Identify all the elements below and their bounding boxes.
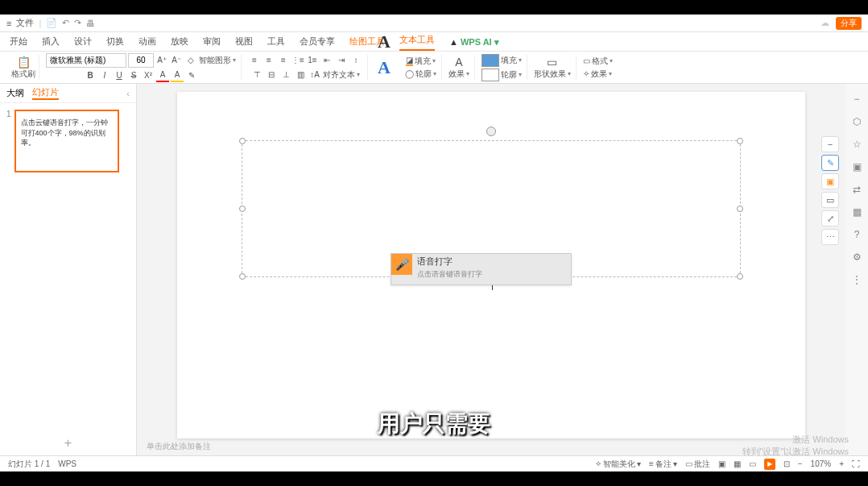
zoom-out-icon[interactable]: − — [798, 459, 803, 468]
align-right-icon[interactable]: ≡ — [277, 54, 290, 67]
tab-design[interactable]: 设计 — [74, 35, 92, 51]
slides-tab[interactable]: 幻灯片 — [32, 86, 59, 100]
tab-text-tools[interactable]: 文本工具 — [399, 34, 435, 51]
text-effect-button[interactable]: ✎ — [185, 69, 198, 82]
paste-icon[interactable]: 📋 — [17, 56, 31, 69]
resize-handle-tl[interactable] — [239, 138, 246, 144]
rail-settings-icon[interactable]: ⚙ — [853, 251, 862, 263]
rail-template-icon[interactable]: ▣ — [853, 161, 862, 172]
effect2-dropdown[interactable]: ✧ 效果 — [583, 69, 612, 80]
italic-button[interactable]: I — [98, 69, 111, 82]
indent-dec-icon[interactable]: ⇤ — [320, 54, 333, 67]
print-icon[interactable]: 🖶 — [86, 19, 95, 28]
format-brush-label[interactable]: 格式刷 — [11, 69, 35, 80]
rotate-handle[interactable] — [486, 127, 496, 136]
columns-icon[interactable]: ▥ — [294, 69, 307, 81]
rail-star-icon[interactable]: ☆ — [853, 139, 862, 150]
tab-tools[interactable]: 工具 — [267, 35, 285, 51]
align-center-icon[interactable]: ≡ — [262, 54, 275, 67]
rail-table-icon[interactable]: ▦ — [853, 206, 862, 218]
zoom-level[interactable]: 107% — [811, 459, 832, 468]
cloud-icon[interactable]: ☁ — [820, 18, 829, 28]
align-top-icon[interactable]: ⊤ — [250, 69, 263, 81]
view-reading-icon[interactable]: ▭ — [749, 459, 756, 468]
fit-icon[interactable]: ⊡ — [783, 459, 790, 468]
align-bottom-icon[interactable]: ⊥ — [279, 69, 292, 81]
float-more-icon[interactable]: ⋯ — [821, 229, 839, 245]
share-button[interactable]: 分享 — [836, 17, 862, 30]
align-text-dropdown[interactable]: 对齐文本 — [323, 69, 360, 81]
font-color-button[interactable]: A — [156, 69, 169, 82]
smart-graphic-button[interactable]: 智能图形 — [199, 55, 236, 66]
slide-thumbnail-1[interactable]: 点击云键语音打字，一分钟可打400个字，98%的识别率。 — [14, 110, 119, 172]
wordart-gallery[interactable]: A A A — [370, 55, 399, 80]
font-size-input[interactable] — [128, 53, 154, 68]
tab-wps-ai[interactable]: ▲ WPS AI ▾ — [449, 37, 499, 51]
rail-more-icon[interactable]: ⋮ — [852, 274, 862, 285]
font-name-select[interactable] — [46, 53, 126, 68]
tab-transition[interactable]: 切换 — [106, 35, 124, 51]
view-normal-icon[interactable]: ▣ — [718, 459, 725, 468]
redo-icon[interactable]: ↷ — [74, 18, 81, 28]
text-outline-dropdown[interactable]: ◯ 轮廓 — [405, 69, 436, 80]
float-expand-icon[interactable]: ⤢ — [821, 210, 839, 226]
view-sorter-icon[interactable]: ▦ — [734, 459, 741, 468]
text-fill-dropdown[interactable]: ◪ 填充 — [406, 56, 436, 67]
tab-slideshow[interactable]: 放映 — [171, 35, 188, 51]
float-layout-icon[interactable]: ▭ — [821, 192, 839, 208]
text-effect-dropdown[interactable]: 效果 — [448, 69, 469, 80]
superscript-button[interactable]: X² — [142, 69, 155, 82]
tab-view[interactable]: 视图 — [235, 35, 253, 51]
tab-review[interactable]: 审阅 — [203, 35, 221, 51]
shape-fill-dropdown[interactable]: 填充 — [482, 54, 522, 67]
resize-handle-br[interactable] — [737, 273, 743, 280]
float-minus-icon[interactable]: − — [821, 136, 839, 152]
rail-transfer-icon[interactable]: ⇄ — [853, 184, 861, 195]
tab-insert[interactable]: 插入 — [42, 35, 60, 51]
bullets-icon[interactable]: ⋮≡ — [291, 54, 304, 67]
voice-typing-tooltip[interactable]: 🎤 语音打字 点击语音键语音打字 — [391, 253, 572, 285]
resize-handle-mr[interactable] — [737, 206, 743, 212]
shape-effect-icon[interactable]: ▭ — [547, 56, 557, 69]
text-dir-icon[interactable]: ↕A — [308, 69, 321, 81]
resize-handle-tr[interactable] — [737, 138, 743, 144]
comments-button[interactable]: ▭ 批注 — [685, 459, 710, 470]
rail-help-icon[interactable]: ? — [854, 229, 860, 240]
align-left-icon[interactable]: ≡ — [248, 54, 261, 67]
text-effect-icon[interactable]: A — [453, 56, 465, 69]
wordart-style-1[interactable]: A — [378, 31, 391, 52]
slideshow-button[interactable]: ▶ — [764, 459, 775, 470]
indent-inc-icon[interactable]: ⇥ — [335, 54, 348, 67]
rail-minus-icon[interactable]: − — [854, 93, 859, 105]
strike-button[interactable]: S — [127, 69, 140, 82]
resize-handle-ml[interactable] — [239, 206, 246, 212]
highlight-button[interactable]: A — [171, 69, 184, 82]
underline-button[interactable]: U — [113, 69, 126, 82]
tab-animation[interactable]: 动画 — [138, 35, 156, 51]
format-dropdown[interactable]: ▭ 格式 — [583, 56, 613, 67]
float-edit-icon[interactable]: ✎ — [821, 155, 839, 171]
shape-outline-dropdown[interactable]: 轮廓 — [482, 69, 522, 81]
float-image-icon[interactable]: ▣ — [821, 173, 839, 189]
add-slide-button[interactable]: + — [0, 431, 136, 455]
increase-font-icon[interactable]: A⁺ — [155, 54, 168, 67]
rail-ai-icon[interactable]: ⬡ — [853, 116, 861, 127]
resize-handle-bl[interactable] — [239, 273, 246, 280]
line-spacing-icon[interactable]: ↕ — [349, 54, 362, 67]
tab-member[interactable]: 会员专享 — [300, 35, 335, 51]
clear-format-icon[interactable]: ◇ — [184, 54, 197, 67]
zoom-in-icon[interactable]: + — [839, 459, 844, 468]
tab-home[interactable]: 开始 — [10, 35, 27, 51]
bold-button[interactable]: B — [84, 69, 97, 82]
align-middle-icon[interactable]: ⊟ — [265, 69, 278, 81]
smart-beautify-button[interactable]: ✧ 智能美化 ▾ — [595, 459, 641, 470]
collapse-panel-icon[interactable]: ‹ — [126, 89, 130, 98]
notes-placeholder[interactable]: 单击此处添加备注 — [147, 441, 211, 452]
fullscreen-icon[interactable]: ⛶ — [852, 459, 860, 468]
save-icon[interactable]: 📄 — [46, 18, 57, 28]
wordart-style-2[interactable]: A — [378, 57, 391, 78]
decrease-font-icon[interactable]: A⁻ — [170, 54, 183, 67]
file-menu[interactable]: 文件 — [16, 17, 34, 29]
outline-tab[interactable]: 大纲 — [6, 87, 24, 99]
undo-icon[interactable]: ↶ — [62, 18, 69, 28]
